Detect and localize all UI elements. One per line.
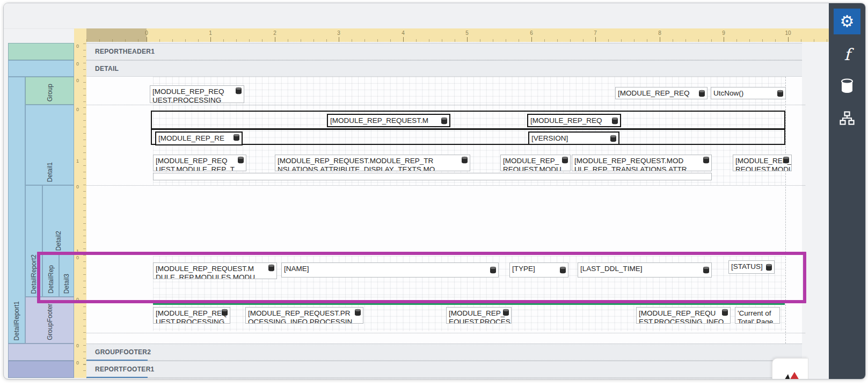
field-text: UEST.PROCESSING: [156, 318, 229, 324]
vruler-mark: 0: [76, 107, 82, 112]
ruler-mark: 1: [205, 30, 216, 36]
band-strip-detail[interactable]: DETAIL: [86, 60, 802, 77]
vruler-mark: 0: [76, 61, 82, 67]
band-block-detailreport1[interactable]: DetailReport1: [8, 77, 25, 344]
database-icon: [721, 309, 728, 316]
band-separator: [86, 378, 805, 378]
database-icon: [561, 156, 568, 164]
field-text: [MODULE_REP_REQ: [618, 89, 690, 97]
database-icon: [783, 156, 790, 164]
field-text: UtcNow(): [713, 89, 743, 97]
field-textbox[interactable]: [MODULE_REP_REQUEST.MOD ULE_REP_TRANSLAT…: [572, 155, 712, 171]
field-text: [MODULE_REP_REQ: [530, 116, 602, 125]
band-block-groupfooter2[interactable]: [8, 344, 74, 361]
band-block-detail1[interactable]: Detail1: [25, 105, 74, 185]
band-block-reportheader1[interactable]: [8, 43, 74, 60]
database-icon: [703, 156, 710, 164]
field-text: [MODULE_REP_REQU: [639, 309, 716, 317]
band-strip-groupfooter2[interactable]: GROUPFOOTER2: [86, 344, 802, 361]
watermark-logo-card: [772, 358, 808, 379]
field-textbox[interactable]: [MODULE_REP_REQ UEST.PROCESSING: [150, 85, 244, 103]
field-textbox[interactable]: [MODULE_REP_REQUEST.MODULE_REP_TR NSLATI…: [275, 155, 470, 171]
band-strip-label: DETAIL: [95, 65, 119, 72]
ruler-mark: 2: [269, 30, 281, 36]
band-label: Detail2: [55, 231, 62, 251]
field-text: [MODULE_REP_REQUEST.PR: [248, 309, 351, 317]
data-source-button[interactable]: [834, 74, 860, 100]
band-block-detail[interactable]: [8, 60, 74, 77]
vruler-mark: 0: [76, 43, 82, 49]
band-label: DetailReport2: [30, 254, 38, 294]
band-strip-label: REPORTFOOTER1: [95, 366, 155, 373]
database-icon: [441, 117, 448, 125]
vruler-mark: 0: [76, 184, 82, 189]
field-text: [MODULE_REP_REQUEST.MOD: [574, 157, 683, 165]
ruler-minor-ticks: [147, 39, 829, 42]
field-text: [MODULE_REP_: [503, 157, 559, 165]
field-text: [VERSION]: [531, 134, 568, 142]
band-block-detail2[interactable]: Detail2: [42, 185, 74, 254]
band-separator: [86, 333, 805, 333]
ruler-mark: 10: [782, 30, 794, 36]
report-structure-button[interactable]: [834, 106, 860, 132]
field-textbox[interactable]: [MODULE_REP_ EQUEST.PROCES: [446, 307, 512, 324]
band-strip-reportfooter1[interactable]: REPORTFOOTER1: [86, 361, 802, 378]
band-splitter[interactable]: [86, 377, 148, 378]
field-text: Total' Page: [738, 318, 778, 324]
database-cylinder-icon: [840, 78, 854, 96]
right-sidebar: ⚙ f: [829, 3, 865, 379]
field-text: [MODULE_REP_REQ: [156, 157, 228, 165]
vruler-mark: 0: [76, 360, 82, 366]
expressions-button[interactable]: f: [834, 42, 860, 68]
vruler-mark: 0: [76, 343, 82, 348]
field-textbox[interactable]: [MODULE_REP_REQ: [527, 114, 621, 127]
field-textbox[interactable]: [MODULE_REP_REQUEST.PR OCESSING_INFO.PRO…: [245, 307, 363, 324]
field-text: [MODULE_REP_REQUEST.MODULE_REP_TR: [278, 157, 433, 165]
ruler-mark: 0: [141, 30, 152, 36]
highlight-box-detail3: [37, 252, 806, 303]
field-textbox[interactable]: [MODULE_REP_REQ UEST.MODULE_REP_T: [153, 155, 246, 171]
field-textbox[interactable]: [MODULE_REP_REQ: [615, 87, 707, 99]
database-icon: [237, 156, 244, 164]
band-strip-label: GROUPFOOTER2: [95, 348, 151, 356]
field-textbox[interactable]: [MODULE_REP_REQ UEST.PROCESSING: [153, 307, 230, 324]
database-icon: [221, 309, 228, 316]
page-right-margin: [785, 77, 786, 344]
ruler-mark: 4: [397, 30, 409, 36]
band-splitter[interactable]: [86, 360, 148, 361]
database-icon: [777, 90, 784, 97]
field-textbox[interactable]: 'Current of Total' Page: [735, 307, 780, 324]
band-block-group[interactable]: Group: [25, 77, 74, 105]
field-text: OCESSING_INFO.PROCESSIN: [248, 318, 362, 324]
vertical-ruler: 0 0 0 0 1 0 1 0 0 0 0: [74, 28, 86, 378]
band-block-groupfooter1[interactable]: GroupFooter1: [25, 297, 74, 344]
band-strip-reportheader1[interactable]: REPORTHEADER1: [86, 43, 802, 60]
field-text: REQUEST.MODU: [503, 165, 569, 171]
field-textbox[interactable]: [MODULE_REP_REQU EST.PROCESSING_INFO: [636, 307, 731, 324]
field-textbox[interactable]: [VERSION]: [528, 132, 619, 145]
field-text: REQUEST.MODU: [735, 165, 790, 171]
horizontal-ruler: 0 1 2 3 4 5 6 7 8 9 10: [86, 28, 829, 42]
field-text: UEST.MODULE_REP_T: [156, 165, 245, 171]
band-label: DetailReport1: [13, 301, 20, 340]
field-text: ULE_REP_TRANSLATIONS.ATTR: [574, 165, 710, 171]
field-textbox[interactable]: [MODULE_REP_REQUEST.M: [327, 114, 450, 127]
report-designer: 0 1 2 3 4 5 6 7 8 9 10 0 0 0 0 1 0 1 0 0…: [0, 0, 868, 387]
vendor-logo-icon: [782, 371, 805, 379]
field-text: 'Current of: [738, 309, 771, 317]
field-textbox[interactable]: [MODULE_REP_ REQUEST.MODU: [500, 155, 571, 171]
table-frame[interactable]: [151, 111, 785, 145]
field-textbox[interactable]: UtcNow(): [711, 87, 786, 99]
field-textbox[interactable]: [MODULE_REP_RE QUEST.MODULE_RE: [155, 132, 243, 145]
designer-window: 0 1 2 3 4 5 6 7 8 9 10 0 0 0 0 1 0 1 0 0…: [3, 3, 866, 379]
settings-gear-button[interactable]: ⚙: [834, 9, 860, 34]
database-icon: [611, 117, 618, 125]
band-separator: [86, 185, 805, 186]
field-textbox-empty[interactable]: [153, 173, 712, 180]
band-block-reportfooter1[interactable]: [8, 361, 74, 378]
field-text: [MODULE_REP_REQ: [152, 87, 224, 96]
ruler-mark: 9: [718, 30, 730, 36]
field-textbox[interactable]: [MODULE_REP_ REQUEST.MODU: [733, 155, 792, 171]
ruler-mark: 5: [461, 30, 473, 36]
table-row-divider: [151, 128, 785, 130]
